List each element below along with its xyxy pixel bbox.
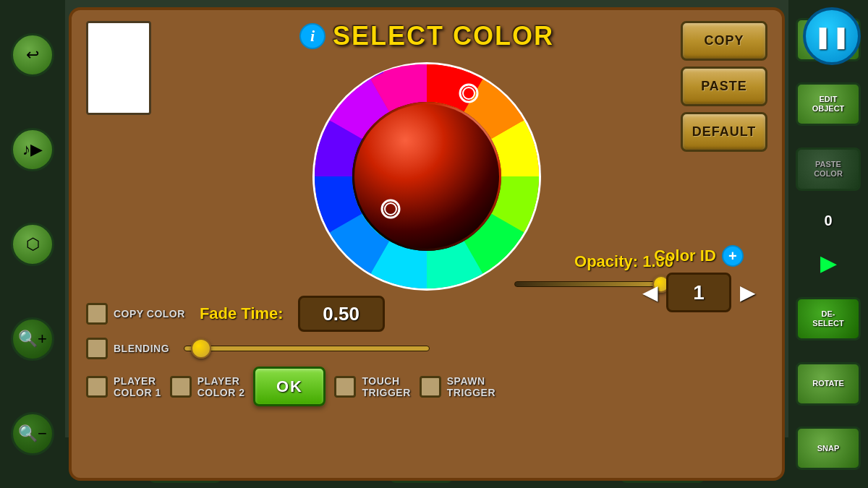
spawn-trigger-label-line2: Trigger [447, 387, 495, 398]
blending-label: Blending [114, 343, 169, 354]
fade-slider-track [184, 346, 430, 351]
blending-row: Blending [86, 338, 767, 359]
dialog-title: Select Color [333, 21, 554, 51]
spawn-trigger-item: Spawn Trigger [420, 375, 495, 398]
player-color-2-label-container: Player Color 2 [197, 375, 245, 398]
ok-button[interactable]: OK [253, 367, 326, 406]
undo-button[interactable]: ↩ [11, 33, 54, 77]
svg-point-5 [354, 104, 499, 249]
touch-trigger-item: Touch Trigger [334, 375, 410, 398]
edit-object-button[interactable]: EditObject [796, 82, 861, 126]
action-buttons: Copy Paste Default [681, 21, 767, 152]
music-button[interactable]: ♪▶ [11, 128, 54, 171]
zoom-in-button[interactable]: 🔍+ [11, 317, 54, 361]
fade-time-label: Fade Time: [200, 304, 284, 323]
undo-icon: ↩ [26, 46, 39, 64]
edit-object-label: EditObject [812, 95, 845, 114]
deselect-button[interactable]: De-Select [796, 297, 861, 341]
info-icon-letter: i [310, 27, 315, 46]
touch-trigger-label-line1: Touch [362, 375, 410, 387]
bottom-options-row: Player Color 1 Player Color 2 OK Touch [86, 367, 767, 406]
copy-button[interactable]: Copy [681, 21, 767, 61]
color-id-section: Color ID + ◀ 1 ▶ [637, 245, 760, 312]
player-color-1-label-line2: Color 1 [114, 387, 161, 398]
zoom-in-icon: 🔍+ [18, 330, 47, 348]
copy-color-label: Copy Color [114, 308, 185, 320]
spawn-trigger-label-line1: Spawn [447, 375, 495, 387]
blending-checkbox[interactable] [86, 338, 108, 359]
player-color-2-label-line2: Color 2 [197, 387, 245, 398]
hex-icon: ⬡ [26, 235, 40, 254]
copy-color-checkbox-item: Copy Color [86, 303, 185, 325]
color-id-header: Color ID + [654, 245, 744, 267]
music-icon: ♪▶ [22, 140, 43, 159]
touch-trigger-checkbox[interactable] [334, 376, 356, 398]
paste-color-label: PasteColor [814, 160, 843, 179]
fade-slider-thumb[interactable] [191, 338, 211, 359]
play-arrow-icon: ▶ [820, 250, 837, 275]
info-icon[interactable]: i [299, 23, 326, 49]
touch-trigger-label-container: Touch Trigger [362, 375, 410, 398]
color-id-prev-button[interactable]: ◀ [637, 275, 663, 311]
hex-button[interactable]: ⬡ [11, 223, 54, 266]
color-id-controls: ◀ 1 ▶ [637, 273, 760, 312]
dialog-title-row: i Select Color [299, 21, 554, 51]
color-id-next-button[interactable]: ▶ [735, 275, 760, 311]
spawn-trigger-label-container: Spawn Trigger [447, 375, 495, 398]
player-color-2-item: Player Color 2 [170, 375, 245, 398]
player-color-1-label-line1: Player [114, 375, 161, 387]
color-id-value: 1 [666, 273, 731, 312]
zoom-out-button[interactable]: 🔍− [11, 412, 54, 455]
rotate-button[interactable]: Rotate [796, 362, 861, 406]
bottom-controls-area: Opacity: 1.00 Color ID + ◀ 1 ▶ Copy Colo… [86, 296, 767, 406]
pause-icon: ❚❚ [814, 24, 850, 49]
fade-time-value: 0.50 [298, 296, 385, 332]
default-button[interactable]: Default [681, 112, 767, 152]
snap-label: Snap [817, 444, 840, 453]
player-color-2-checkbox[interactable] [170, 376, 192, 398]
paste-color-button[interactable]: PasteColor [796, 147, 861, 191]
paste-button[interactable]: Paste [681, 67, 767, 106]
fade-time-slider[interactable] [184, 341, 430, 356]
player-color-1-label-container: Player Color 1 [114, 375, 161, 398]
color-wheel-svg[interactable] [311, 61, 542, 292]
rotate-label: Rotate [812, 379, 844, 388]
left-sidebar: ↩ ♪▶ ⬡ 🔍+ 🔍− [0, 0, 65, 488]
snap-button[interactable]: Snap [796, 427, 861, 470]
right-sidebar: Copy+Paste EditObject PasteColor 0 ▶ De-… [788, 0, 868, 488]
color-id-plus-button[interactable]: + [722, 245, 744, 267]
select-color-dialog: i Select Color Copy Paste Default [69, 7, 785, 481]
copy-color-checkbox[interactable] [86, 303, 108, 325]
deselect-label: De-Select [812, 309, 843, 328]
pause-button[interactable]: ❚❚ [803, 7, 861, 65]
zoom-out-icon: 🔍− [18, 424, 47, 443]
touch-trigger-label-line2: Trigger [362, 387, 410, 398]
color-id-label: Color ID [654, 247, 716, 265]
spawn-trigger-checkbox[interactable] [420, 376, 441, 398]
color-wheel-container[interactable] [311, 61, 542, 292]
color-preview-box [86, 21, 151, 115]
player-color-2-label-line1: Player [197, 375, 245, 387]
blending-checkbox-item: Blending [86, 338, 169, 359]
player-color-1-checkbox[interactable] [86, 376, 108, 398]
object-count: 0 [824, 213, 832, 229]
player-color-1-item: Player Color 1 [86, 375, 161, 398]
